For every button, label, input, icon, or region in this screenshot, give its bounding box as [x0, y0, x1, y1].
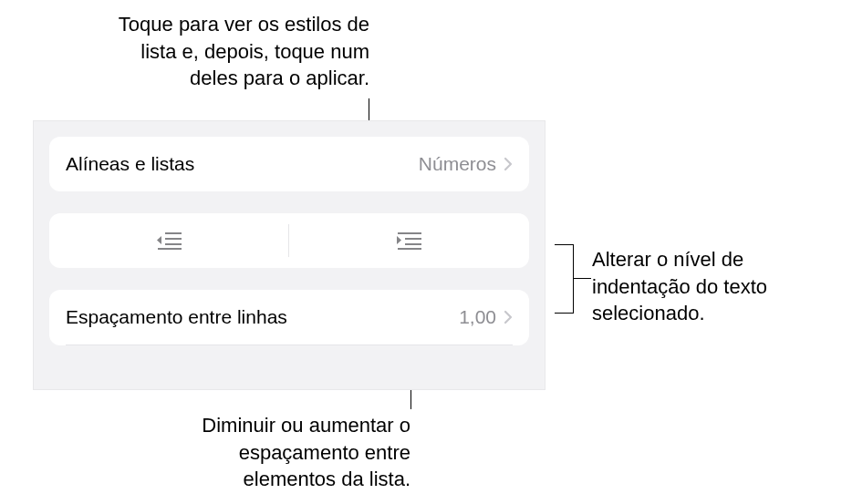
- chevron-right-icon: [504, 310, 513, 324]
- indent-button[interactable]: [289, 213, 529, 268]
- line-spacing-label: Espaçamento entre linhas: [66, 306, 459, 328]
- callout-spacing: Diminuir ou aumentar o espaçamento entre…: [173, 412, 410, 493]
- line-spacing-value: 1,00: [459, 306, 496, 328]
- callout-list-styles: Toque para ver os estilos de lista e, de…: [96, 11, 369, 92]
- bullets-lists-value: Números: [419, 153, 496, 175]
- outdent-icon: [156, 231, 183, 251]
- bullets-lists-label: Alíneas e listas: [66, 153, 419, 175]
- divider: [66, 345, 513, 345]
- callout-indent: Alterar o nível de indentação do texto s…: [592, 246, 838, 327]
- chevron-right-icon: [504, 157, 513, 171]
- bullets-lists-row[interactable]: Alíneas e listas Números: [49, 137, 529, 191]
- outdent-button[interactable]: [49, 213, 289, 268]
- line-spacing-row[interactable]: Espaçamento entre linhas 1,00: [49, 290, 529, 345]
- leader-bracket-arm: [555, 244, 573, 245]
- line-spacing-group: Espaçamento entre linhas 1,00: [49, 290, 529, 345]
- indent-group: [49, 213, 529, 268]
- indent-icon: [396, 231, 423, 251]
- bullets-lists-group: Alíneas e listas Números: [49, 137, 529, 191]
- format-panel: Alíneas e listas Números: [33, 120, 545, 390]
- leader-bracket: [573, 244, 574, 314]
- leader-line: [573, 278, 591, 279]
- leader-bracket-arm: [555, 313, 573, 314]
